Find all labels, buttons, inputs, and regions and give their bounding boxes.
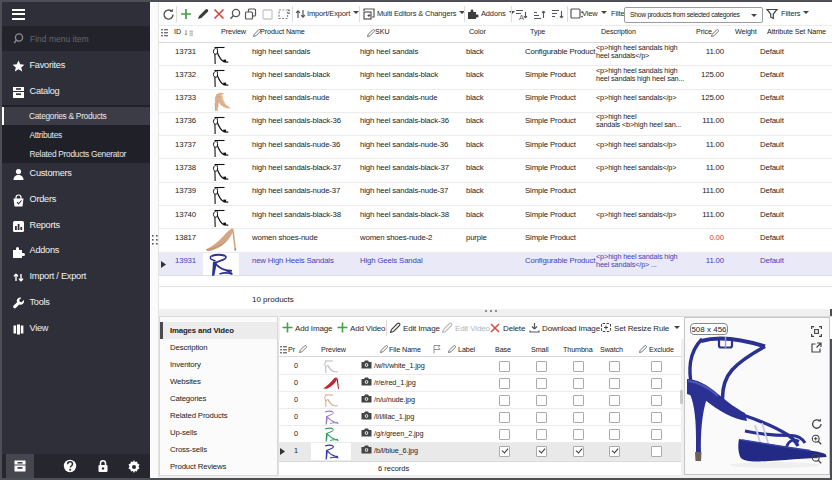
svg-text:A: A	[519, 12, 524, 20]
